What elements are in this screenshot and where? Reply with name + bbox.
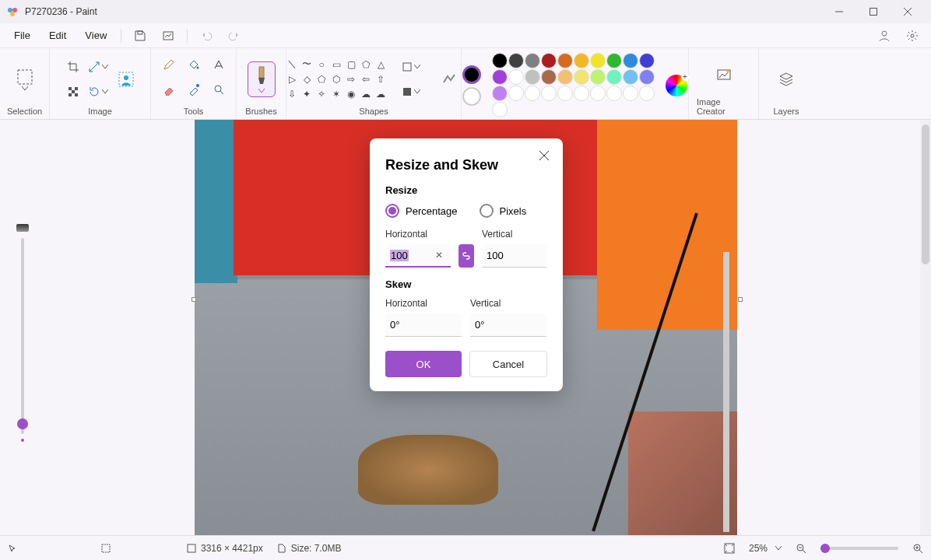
- dialog-close-button[interactable]: [535, 146, 553, 165]
- dialog-backdrop: Resize and Skew Resize Percentage Pixels…: [0, 0, 931, 560]
- clear-horizontal-button[interactable]: ✕: [432, 250, 446, 261]
- resize-horizontal-label: Horizontal: [385, 229, 451, 240]
- status-bar: 3316 × 4421px Size: 7.0MB 25%: [0, 535, 931, 560]
- dialog-title: Resize and Skew: [385, 157, 547, 173]
- svg-rect-29: [102, 544, 110, 552]
- pixels-radio[interactable]: Pixels: [480, 204, 527, 218]
- cursor-position: [8, 544, 17, 553]
- resize-section-label: Resize: [385, 184, 547, 196]
- file-size: Size: 7.0MB: [277, 543, 342, 554]
- fit-to-window-button[interactable]: [724, 543, 735, 554]
- zoom-slider[interactable]: [820, 547, 898, 550]
- percentage-radio[interactable]: Percentage: [385, 204, 458, 218]
- zoom-out-button[interactable]: [796, 543, 806, 554]
- resize-horizontal-input[interactable]: 100✕: [385, 244, 451, 268]
- percentage-radio-label: Percentage: [406, 205, 458, 217]
- svg-rect-30: [188, 544, 195, 552]
- svg-line-34: [803, 550, 806, 553]
- svg-line-38: [919, 550, 922, 553]
- resize-skew-dialog: Resize and Skew Resize Percentage Pixels…: [370, 138, 563, 391]
- skew-vertical-label: Vertical: [470, 298, 547, 309]
- skew-horizontal-input[interactable]: 0°: [385, 313, 462, 337]
- zoom-in-button[interactable]: [912, 543, 923, 554]
- image-dimensions: 3316 × 4421px: [187, 543, 263, 554]
- selection-size: [101, 544, 111, 553]
- pixels-radio-label: Pixels: [500, 205, 527, 217]
- resize-vertical-input[interactable]: 100: [482, 244, 547, 268]
- skew-horizontal-label: Horizontal: [385, 298, 462, 309]
- cancel-button[interactable]: Cancel: [469, 351, 547, 377]
- resize-vertical-label: Vertical: [482, 229, 547, 240]
- skew-section-label: Skew: [385, 278, 547, 290]
- maintain-aspect-ratio-button[interactable]: [458, 244, 474, 268]
- zoom-level: 25%: [749, 543, 782, 554]
- ok-button[interactable]: OK: [385, 351, 462, 377]
- skew-vertical-input[interactable]: 0°: [470, 313, 546, 337]
